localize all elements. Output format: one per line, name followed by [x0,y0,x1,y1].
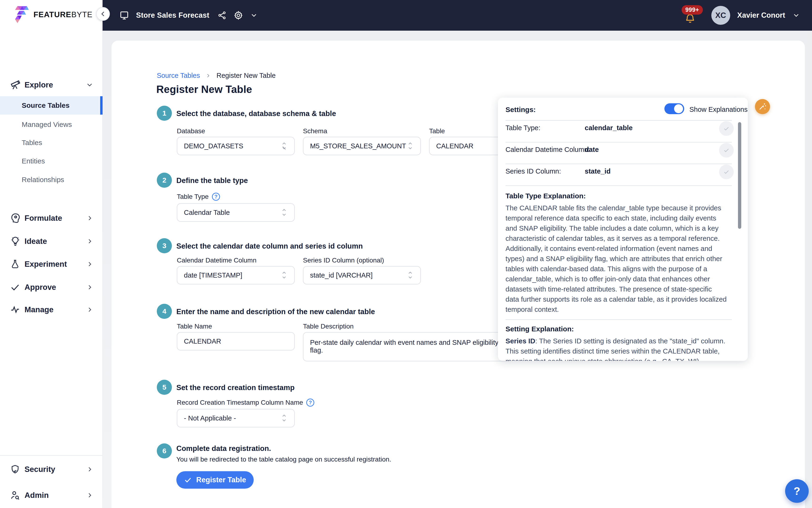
featurebyte-logo[interactable]: FEATUREBYTE [14,5,93,24]
settings-title: Settings: [505,105,536,114]
sidebar: FEATUREBYTE Explore Source Tables Manage… [0,0,102,508]
panel-divider [505,142,732,142]
database-select[interactable]: DEMO_DATASETS [177,137,295,155]
user-menu-chevron-icon[interactable] [792,11,800,19]
featurebyte-wordmark: FEATUREBYTE [34,10,93,19]
calendar-datetime-row-value: date [585,146,599,154]
sidebar-group-label: Ideate [25,237,47,246]
step-3-badge: 3 [157,238,172,253]
check-icon [723,147,730,154]
breadcrumb-current: Register New Table [217,72,276,80]
series-id-confirm-button[interactable] [719,165,734,179]
breadcrumb-source-tables-link[interactable]: Source Tables [157,72,200,80]
table-type-label-text: Table Type [177,193,209,201]
sidebar-group-label: Manage [25,305,53,314]
table-type-row-value: calendar_table [585,124,633,132]
notification-badge: 999+ [682,5,703,15]
series-id-column-value: state_id [VARCHAR] [310,271,372,279]
step-4-title: Enter the name and description of the ne… [176,307,375,316]
head-gear-icon [10,212,21,224]
sidebar-item-label: Relationships [22,176,64,184]
chevron-right-icon [86,238,94,245]
calendar-datetime-confirm-button[interactable] [719,143,734,158]
series-id-column-select[interactable]: state_id [VARCHAR] [303,266,421,285]
top-bar: Store Sales Forecast 999+ XC Xavier Cono… [0,0,812,31]
table-description-value: Per-state daily calendar with event name… [310,339,505,354]
step-4-badge: 4 [157,304,172,319]
notifications-button[interactable]: 999+ [683,5,704,26]
register-table-button-label: Register Table [196,476,246,484]
panel-scrollbar-thumb[interactable] [738,122,741,229]
database-label: Database [177,127,205,135]
step-5-title: Set the record creation timestamp [176,383,295,392]
magic-wand-button[interactable] [755,99,770,114]
shield-check-icon [10,464,21,474]
table-name-value: CALENDAR [184,337,221,345]
series-id-row-label: Series ID Column: [505,167,561,175]
sidebar-item-relationships[interactable]: Relationships [0,171,102,189]
table-type-explanation-heading: Table Type Explanation: [505,192,586,200]
table-type-help-icon[interactable]: ? [212,193,220,201]
table-type-select[interactable]: Calendar Table [177,203,295,222]
setting-explanation-bold: Series ID [505,337,535,345]
record-creation-timestamp-select[interactable]: - Not Applicable - [177,409,295,427]
database-select-value: DEMO_DATASETS [184,142,243,150]
table-name-input[interactable]: CALENDAR [177,332,295,350]
record-creation-timestamp-help-icon[interactable]: ? [306,398,314,407]
select-arrows-icon [280,271,288,279]
sidebar-group-experiment[interactable]: Experiment [0,255,102,273]
register-table-button[interactable]: Register Table [176,471,254,489]
sidebar-group-security[interactable]: Security [0,460,102,478]
table-type-confirm-button[interactable] [719,121,734,136]
gear-icon[interactable] [233,10,243,20]
sidebar-group-formulate[interactable]: Formulate [0,209,102,227]
table-type-explanation-text: The CALENDAR table fits the calendar_tab… [505,203,727,314]
sidebar-group-manage[interactable]: Manage [0,300,102,319]
table-description-textarea[interactable]: Per-state daily calendar with event name… [303,332,512,361]
panel-divider [505,319,732,320]
magic-wand-icon [758,102,767,111]
select-arrows-icon [280,209,288,216]
calendar-datetime-column-select[interactable]: date [TIMESTAMP] [177,266,295,285]
table-label: Table [429,127,445,135]
sidebar-group-admin[interactable]: Admin [0,486,102,504]
featurebyte-logo-icon [14,5,30,24]
sidebar-divider [0,455,102,456]
monitor-icon [119,10,129,20]
sidebar-item-label: Tables [22,139,42,147]
schema-label: Schema [303,127,327,135]
chevron-right-icon [86,492,94,499]
help-button[interactable]: ? [785,479,809,503]
sidebar-item-source-tables[interactable]: Source Tables [0,96,102,115]
table-type-label: Table Type ? [177,193,220,201]
collapse-sidebar-button[interactable] [96,7,110,21]
record-creation-timestamp-label: Record Creation Timestamp Column Name ? [177,398,314,407]
chevron-right-icon [86,306,94,313]
show-explanations-toggle[interactable] [664,103,684,114]
sidebar-group-label: Security [25,465,55,474]
chevron-down-icon[interactable] [250,11,258,19]
step-6-title: Complete data registration. [176,444,271,453]
step-2-title: Define the table type [176,176,248,185]
sidebar-item-entities[interactable]: Entities [0,152,102,170]
step-5-badge: 5 [157,380,172,395]
check-icon [10,282,21,292]
setting-explanation-text: Series ID: The Series ID setting is desi… [505,336,727,361]
sidebar-item-managed-views[interactable]: Managed Views [0,115,102,134]
setting-explanation-rest: : The Series ID setting is designated as… [505,337,725,361]
step-3-title: Select the calendar date column and seri… [176,242,363,250]
schema-select[interactable]: M5_STORE_SALES_AMOUNT [303,137,421,155]
user-name: Xavier Conort [737,11,785,19]
sidebar-group-ideate[interactable]: Ideate [0,232,102,250]
chevron-right-icon [86,466,94,473]
share-icon[interactable] [217,11,227,20]
sidebar-item-tables[interactable]: Tables [0,133,102,152]
sidebar-group-approve[interactable]: Approve [0,278,102,296]
avatar[interactable]: XC [711,6,730,25]
check-icon [723,168,730,175]
panel-divider [505,164,732,164]
step-1-badge: 1 [157,105,172,121]
sidebar-group-explore[interactable]: Explore [0,76,102,94]
sidebar-group-label: Formulate [25,214,62,223]
step-2-badge: 2 [157,173,172,188]
